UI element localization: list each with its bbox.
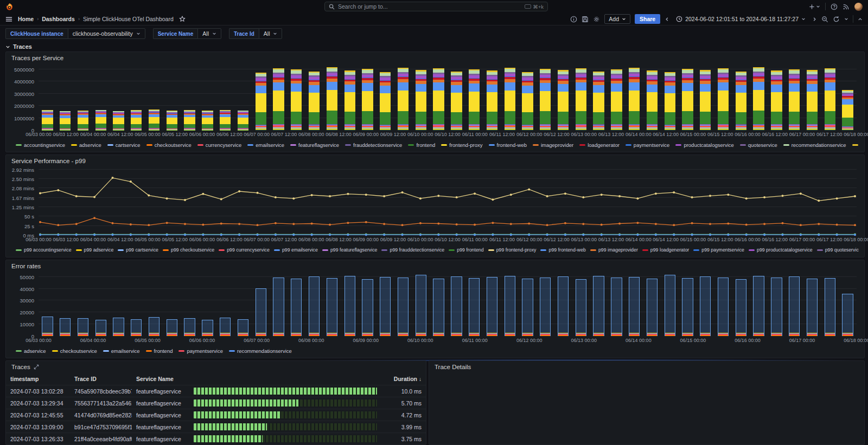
stacked-bar[interactable] (522, 72, 533, 130)
panel-title[interactable]: Error rates (6, 260, 864, 272)
error-bar[interactable] (593, 276, 604, 336)
stacked-bar[interactable] (238, 111, 248, 130)
stacked-bar[interactable] (487, 70, 497, 130)
breadcrumb-dashboard-title[interactable]: Simple ClickHouse OTel Dashboard (83, 16, 174, 22)
legend-item-emailservice[interactable]: emailservice (103, 348, 140, 354)
error-bar[interactable] (344, 276, 355, 336)
panel-title[interactable]: Trace Details (429, 361, 864, 373)
legend-item-frontend-web[interactable]: frontend-web (489, 142, 527, 148)
expand-icon[interactable] (34, 364, 39, 370)
error-bar[interactable] (789, 276, 800, 336)
table-row[interactable]: 2024-07-03 13:09:00b91ce47d753709695f1d.… (6, 421, 426, 433)
legend-item-p99-quoteservice[interactable]: p99 quoteservice (817, 247, 859, 253)
stacked-bar[interactable] (344, 70, 355, 130)
legend-item-checkoutservice[interactable]: checkoutservice (146, 142, 192, 148)
legend-item-shippingservice[interactable]: shippingservice (852, 142, 859, 148)
col-service-name[interactable]: Service Name (132, 373, 189, 385)
error-bar[interactable] (60, 318, 71, 336)
stacked-bar[interactable] (291, 69, 302, 130)
stacked-bar[interactable] (576, 68, 586, 130)
col-trace-id[interactable]: Trace ID (70, 373, 132, 385)
legend-item-accountingservice[interactable]: accountingservice (16, 142, 65, 148)
error-bar[interactable] (362, 279, 373, 336)
panel-title[interactable]: Service Performance - p99 (6, 155, 864, 167)
cell-trace-id-link[interactable]: b91ce47d753709695f1d... (70, 421, 132, 433)
section-traces[interactable]: Traces (0, 42, 868, 51)
stacked-bar[interactable] (611, 69, 622, 130)
stacked-bar[interactable] (95, 109, 106, 130)
error-bar[interactable] (807, 279, 818, 336)
legend-item-p99-productcatalogservice[interactable]: p99 productcatalogservice (749, 247, 813, 253)
error-bar[interactable] (842, 294, 853, 336)
stacked-bar[interactable] (398, 68, 409, 130)
legend-item-p99-paymentservice[interactable]: p99 paymentservice (693, 247, 744, 253)
error-bar[interactable] (238, 319, 248, 336)
menu-icon[interactable] (5, 16, 12, 23)
new-item-button[interactable] (809, 4, 820, 10)
bar-chart[interactable]: 01000020000300004000050000 (39, 272, 857, 336)
variable-value-dropdown[interactable]: clickhouse-observability (68, 28, 145, 39)
error-bar[interactable] (469, 278, 480, 336)
legend-item-paymentservice[interactable]: paymentservice (178, 348, 223, 354)
col-timestamp[interactable]: timestamp (6, 373, 70, 385)
error-bar[interactable] (131, 319, 142, 336)
legend-item-paymentservice[interactable]: paymentservice (626, 142, 670, 148)
stacked-bar[interactable] (220, 110, 231, 130)
error-bar[interactable] (380, 277, 391, 336)
cell-trace-id-link[interactable]: 41474d0769d85ee2828... (70, 409, 132, 421)
zoom-out-icon[interactable] (821, 16, 828, 23)
error-bar[interactable] (665, 275, 675, 336)
error-bar[interactable] (95, 320, 106, 336)
table-row[interactable]: 2024-07-03 13:29:3475563771413a22a54618.… (6, 397, 426, 409)
error-bar[interactable] (184, 318, 195, 336)
stacked-bar[interactable] (558, 70, 569, 130)
cell-service-name-link[interactable]: featureflagservice (132, 409, 189, 421)
error-bar[interactable] (167, 319, 177, 336)
help-icon[interactable] (831, 3, 838, 10)
error-bar[interactable] (682, 278, 693, 336)
stacked-bar[interactable] (825, 68, 835, 130)
stacked-bar[interactable] (842, 90, 853, 130)
stacked-bar[interactable] (273, 68, 284, 130)
error-bar[interactable] (825, 278, 835, 336)
error-bar[interactable] (398, 278, 409, 336)
time-range-picker[interactable]: 2024-06-02 12:01:51 to 2024-06-18 11:27:… (674, 15, 808, 23)
star-icon[interactable] (179, 16, 186, 22)
stacked-bar[interactable] (113, 111, 124, 130)
stacked-bar[interactable] (149, 109, 159, 130)
legend-item-p99-accountingservice[interactable]: p99 accountingservice (16, 247, 72, 253)
legend-item-p99-adservice[interactable]: p99 adservice (76, 247, 114, 253)
variable-label[interactable]: Service Name (153, 28, 198, 39)
stacked-bar[interactable] (256, 73, 266, 130)
legend-item-currencyservice[interactable]: currencyservice (197, 142, 242, 148)
error-bar[interactable] (753, 276, 764, 336)
legend-item-adservice[interactable]: adservice (71, 142, 101, 148)
stacked-bar[interactable] (184, 110, 195, 130)
cell-trace-id-link[interactable]: 75563771413a22a54618... (70, 397, 132, 409)
stacked-bar[interactable] (700, 70, 711, 130)
save-icon[interactable] (582, 16, 589, 23)
stacked-bar[interactable] (753, 67, 764, 130)
stacked-bar[interactable] (42, 110, 53, 130)
cell-service-name-link[interactable]: featureflagservice (132, 385, 189, 397)
line-chart[interactable]: 0 ms25 s50 s1.25 mins1.67 mins2.08 mins2… (39, 167, 857, 235)
legend-item-p99-imageprovider[interactable]: p99 imageprovider (590, 247, 638, 253)
stacked-bar[interactable] (665, 72, 675, 130)
dashboard-insights-icon[interactable] (570, 16, 577, 23)
error-bar[interactable] (700, 276, 711, 336)
stacked-bar[interactable] (540, 69, 551, 130)
stacked-bar[interactable] (60, 111, 71, 130)
error-bar[interactable] (273, 278, 284, 336)
stacked-bar[interactable] (131, 110, 142, 130)
settings-gear-icon[interactable] (593, 16, 600, 23)
share-button[interactable]: Share (635, 14, 660, 24)
error-bar[interactable] (718, 278, 729, 336)
line-chart-svg[interactable] (39, 167, 857, 235)
error-bar[interactable] (42, 317, 53, 336)
legend-item-quoteservice[interactable]: quoteservice (740, 142, 777, 148)
legend-item-p99-featureflagservice[interactable]: p99 featureflagservice (322, 247, 378, 253)
error-bar[interactable] (558, 276, 569, 336)
error-bar[interactable] (451, 276, 462, 336)
legend-item-frauddetectionservice[interactable]: frauddetectionservice (345, 142, 402, 148)
legend-item-p99-frauddetectionservice[interactable]: p99 frauddetectionservice (381, 247, 444, 253)
